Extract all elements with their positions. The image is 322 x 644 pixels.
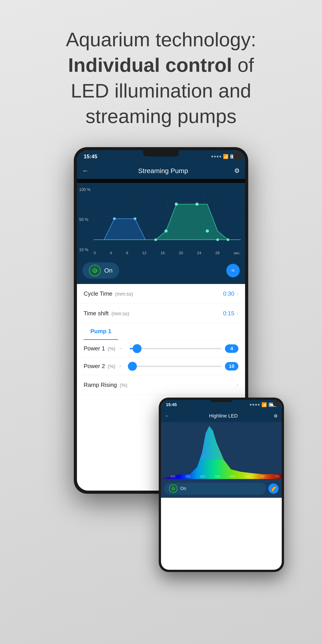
power2-label-group: Power 2 (%) bbox=[84, 363, 116, 370]
ramp-item[interactable]: Ramp Rising (%) › bbox=[77, 375, 245, 395]
secondary-phone-screen: 15:45 📶 ← Highline LED ⚙ 10 bbox=[161, 400, 282, 570]
svg-point-3 bbox=[134, 217, 136, 220]
x-label-4: 4 bbox=[110, 251, 112, 255]
power1-value: 4 bbox=[225, 344, 238, 353]
spec-x-550: 550 bbox=[215, 475, 220, 478]
x-unit: sec. bbox=[234, 251, 240, 255]
time-shift-unit: (mm:ss) bbox=[111, 311, 129, 316]
power1-thumb[interactable] bbox=[132, 344, 142, 353]
hero-line4: streaming pumps bbox=[86, 105, 236, 127]
cycle-time-item[interactable]: Cycle Time (mm:ss) 0:30 › bbox=[77, 284, 245, 304]
chevron-right-icon-2: › bbox=[236, 310, 238, 316]
spec-x-600: 600 bbox=[230, 475, 235, 478]
x-label-12: 12 bbox=[142, 251, 146, 255]
y-label-10: 10 % bbox=[79, 248, 90, 252]
chart-svg bbox=[94, 188, 240, 250]
svg-point-6 bbox=[175, 202, 178, 206]
power2-slider[interactable] bbox=[130, 366, 222, 367]
power1-unit: (%) bbox=[108, 346, 116, 352]
pump-chart: 100 % 50 % 10 % bbox=[77, 183, 245, 259]
pump-tabs: Pump 1 bbox=[77, 323, 245, 340]
spec-x-750: 750 bbox=[274, 475, 280, 478]
power2-unit: (%) bbox=[108, 364, 116, 369]
chevron-right-icon-3: › bbox=[236, 382, 238, 388]
sec-signal-dots bbox=[250, 404, 260, 406]
ramp-value-group: › bbox=[236, 382, 238, 388]
sec-settings-icon[interactable]: ⚙ bbox=[274, 413, 278, 418]
spectrum-chart: 100 % 0 % bbox=[161, 422, 282, 480]
power1-label-group: Power 1 (%) bbox=[84, 345, 116, 352]
power-icon: ⏻ bbox=[89, 265, 100, 276]
ramp-unit: (%) bbox=[120, 382, 127, 388]
chart-y-labels: 100 % 50 % 10 % bbox=[79, 188, 90, 252]
power1-label: Power 1 bbox=[84, 345, 105, 352]
sec-back-button[interactable]: ← bbox=[165, 413, 170, 418]
notch bbox=[143, 150, 179, 156]
power2-thumb[interactable] bbox=[128, 362, 137, 371]
svg-point-10 bbox=[216, 238, 219, 241]
time-shift-label-group: Time shift (mm:ss) bbox=[84, 310, 129, 317]
x-label-0: 0 bbox=[94, 251, 96, 255]
time-shift-label: Time shift bbox=[84, 310, 109, 317]
wave-small-icon-2: ~ bbox=[119, 363, 126, 369]
on-button[interactable]: ⏻ On bbox=[82, 262, 119, 278]
wifi-icon: 📶 bbox=[223, 154, 228, 159]
led-on-label: On bbox=[180, 486, 186, 491]
hero-rest: of bbox=[232, 54, 254, 76]
on-label: On bbox=[104, 267, 112, 274]
hero-line1: Aquarium technology: bbox=[66, 28, 256, 50]
cycle-time-unit: (mm:ss) bbox=[115, 291, 133, 297]
svg-point-5 bbox=[164, 230, 168, 232]
cycle-time-label: Cycle Time bbox=[84, 290, 112, 297]
time-shift-value-group: 0:15 › bbox=[223, 310, 238, 317]
led-power-area: ⏻ On 🌈 bbox=[161, 480, 282, 498]
power1-row: Power 1 (%) ~ 4 bbox=[77, 340, 245, 358]
ramp-label-group: Ramp Rising (%) bbox=[84, 382, 128, 388]
pump1-tab[interactable]: Pump 1 bbox=[84, 323, 118, 340]
separator-bar bbox=[77, 179, 245, 183]
svg-point-9 bbox=[154, 238, 157, 241]
cycle-time-label-group: Cycle Time (mm:ss) bbox=[84, 290, 133, 297]
x-label-24: 24 bbox=[197, 251, 201, 255]
hero-section: Aquarium technology: Individual control … bbox=[66, 27, 256, 129]
back-button[interactable]: ← bbox=[82, 167, 88, 174]
settings-list: Cycle Time (mm:ss) 0:30 › Time shift (mm… bbox=[77, 284, 245, 395]
led-on-button[interactable]: ⏻ On bbox=[164, 482, 266, 495]
spec-x-700: 700 bbox=[260, 475, 265, 478]
sec-wifi-icon: 📶 bbox=[262, 402, 267, 408]
svg-point-8 bbox=[206, 230, 209, 232]
power1-slider[interactable] bbox=[130, 348, 222, 349]
sec-app-bar: ← Highline LED ⚙ bbox=[161, 410, 282, 422]
sec-status-time: 15:45 bbox=[166, 402, 177, 407]
phones-container: 15:45 📶 ← Streaming Pump ⚙ bbox=[38, 147, 284, 572]
power2-row: Power 2 (%) ~ 10 bbox=[77, 358, 245, 375]
spec-x-500: 500 bbox=[200, 475, 205, 478]
settings-icon[interactable]: ⚙ bbox=[234, 167, 240, 174]
camera bbox=[233, 152, 242, 160]
wave-small-icon: ~ bbox=[119, 346, 126, 352]
ramp-label: Ramp Rising bbox=[84, 382, 117, 388]
hero-line3: LED illumination and bbox=[71, 80, 251, 102]
secondary-phone: 15:45 📶 ← Highline LED ⚙ 10 bbox=[159, 398, 284, 572]
hero-bold: Individual control bbox=[68, 54, 232, 76]
spec-x-650: 650 bbox=[245, 475, 250, 478]
led-palette-button[interactable]: 🌈 bbox=[268, 484, 278, 494]
status-time: 15:45 bbox=[84, 154, 97, 160]
spec-x-400: 400 bbox=[170, 475, 175, 478]
time-shift-item[interactable]: Time shift (mm:ss) 0:15 › bbox=[77, 304, 245, 323]
sec-app-title: Highline LED bbox=[173, 413, 274, 419]
wave-button[interactable]: ≈ bbox=[226, 264, 240, 277]
x-label-8: 8 bbox=[126, 251, 128, 255]
x-label-20: 20 bbox=[179, 251, 183, 255]
y-label-50: 50 % bbox=[79, 217, 90, 222]
power-area: ⏻ On ≈ bbox=[77, 259, 245, 284]
led-power-icon: ⏻ bbox=[169, 484, 178, 493]
app-bar: ← Streaming Pump ⚙ bbox=[77, 163, 245, 179]
cycle-time-value-group: 0:30 › bbox=[223, 290, 238, 297]
svg-point-2 bbox=[113, 217, 116, 220]
cycle-time-value: 0:30 bbox=[223, 290, 234, 297]
svg-point-11 bbox=[226, 238, 229, 241]
app-title: Streaming Pump bbox=[92, 167, 234, 175]
spec-x-450: 450 bbox=[185, 475, 190, 478]
chart-x-labels: 0 4 8 12 16 20 24 28 sec. bbox=[94, 250, 240, 255]
